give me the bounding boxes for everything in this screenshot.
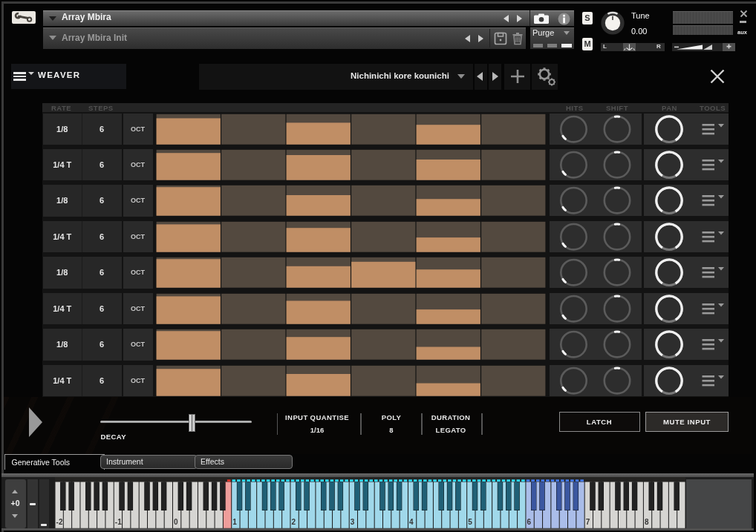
svg-text:3: 3 xyxy=(351,518,355,526)
svg-text:2: 2 xyxy=(292,518,296,526)
svg-text:0: 0 xyxy=(174,518,178,526)
svg-text:-1: -1 xyxy=(115,518,122,526)
svg-text:8: 8 xyxy=(645,518,649,526)
svg-text:5: 5 xyxy=(468,518,472,526)
svg-text:1: 1 xyxy=(232,518,237,526)
svg-text:4: 4 xyxy=(409,518,414,526)
svg-text:7: 7 xyxy=(586,518,590,526)
svg-text:6: 6 xyxy=(527,518,532,526)
svg-text:-2: -2 xyxy=(56,518,63,526)
